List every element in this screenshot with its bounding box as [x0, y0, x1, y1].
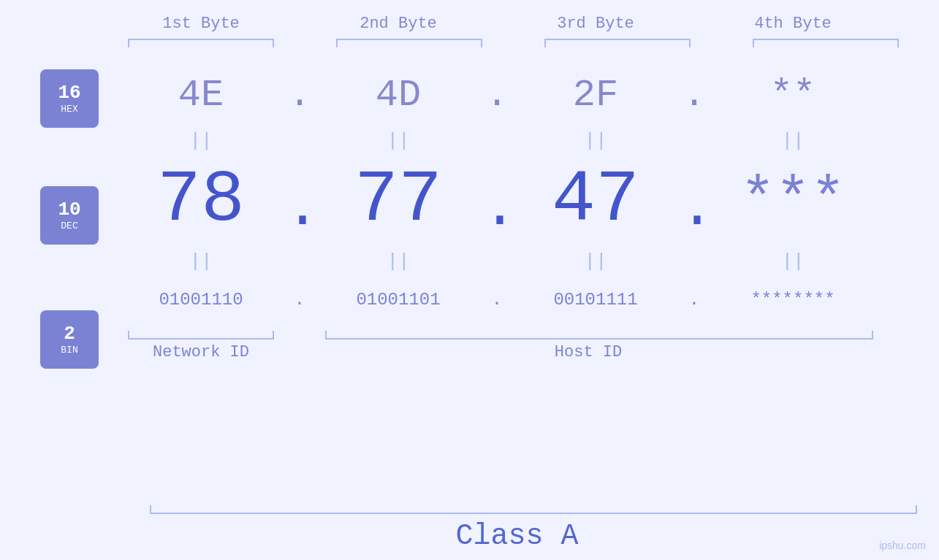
equals-row-1: || || || || [117, 124, 917, 157]
class-label: Class A [117, 520, 917, 553]
bottom-bracket-net [128, 331, 274, 340]
dec-val-4: *** [709, 172, 877, 230]
byte-label-3: 3rd Byte [512, 15, 680, 33]
eq-2-4: || [709, 250, 877, 272]
bin-val-4: ******** [709, 290, 877, 310]
full-bottom-bracket [150, 505, 917, 514]
top-bracket-4 [753, 39, 899, 47]
dec-val-2: 77 [314, 164, 482, 237]
hex-val-2: 4D [314, 74, 482, 117]
hex-badge: 16 HEX [40, 69, 99, 128]
id-labels: Network ID Host ID [117, 343, 917, 361]
dec-dot-1: . [285, 161, 314, 242]
bottom-bracket-host [325, 331, 873, 340]
byte-label-4: 4th Byte [709, 15, 877, 33]
dec-dot-2: . [482, 161, 512, 242]
hex-val-1: 4E [117, 74, 285, 117]
dec-badge-num: 10 [58, 200, 80, 219]
top-bracket-1 [128, 39, 274, 47]
watermark: ipshu.com [879, 540, 926, 551]
dec-badge: 10 DEC [40, 186, 99, 245]
bin-dot-2: . [482, 290, 512, 310]
hex-dot-1: . [285, 74, 314, 117]
top-bracket-3 [544, 39, 691, 47]
bin-row: 01001110 . 01001101 . 00101111 . *******… [117, 277, 917, 321]
hex-badge-num: 16 [58, 83, 80, 102]
hex-row: 4E . 4D . 2F . ** [117, 66, 917, 124]
bin-dot-1: . [285, 290, 314, 310]
bin-dot-3: . [680, 290, 709, 310]
main-section: 16 HEX 10 DEC 2 BIN 4E . 4D . 2F . ** [22, 66, 917, 502]
host-id-label: Host ID [314, 343, 862, 361]
bin-badge-label: BIN [61, 345, 77, 356]
hex-dot-2: . [482, 74, 512, 117]
network-id-label: Network ID [117, 343, 285, 361]
bin-val-2: 01001101 [314, 290, 482, 310]
bin-badge-num: 2 [64, 324, 75, 343]
hex-val-4: ** [709, 74, 877, 117]
eq-1-1: || [117, 130, 285, 152]
eq-1-3: || [512, 130, 680, 152]
byte-label-1: 1st Byte [117, 15, 285, 33]
bin-val-1: 01001110 [117, 290, 285, 310]
full-bracket-row [117, 505, 917, 514]
dec-row: 78 . 77 . 47 . *** [117, 157, 917, 245]
equals-row-2: || || || || [117, 245, 917, 277]
dec-val-1: 78 [117, 164, 285, 237]
dec-val-3: 47 [512, 164, 680, 237]
bin-val-3: 00101111 [512, 290, 680, 310]
hex-val-3: 2F [512, 74, 680, 117]
eq-2-2: || [314, 250, 482, 272]
eq-1-2: || [314, 130, 482, 152]
byte-labels-row: 1st Byte 2nd Byte 3rd Byte 4th Byte [117, 15, 917, 33]
page-layout: 1st Byte 2nd Byte 3rd Byte 4th Byte 16 H… [0, 0, 939, 560]
values-column: 4E . 4D . 2F . ** || || || || 78 [117, 66, 917, 502]
byte-label-2: 2nd Byte [314, 15, 482, 33]
dec-dot-3: . [680, 161, 709, 242]
eq-2-1: || [117, 250, 285, 272]
eq-2-3: || [512, 250, 680, 272]
hex-dot-3: . [680, 74, 709, 117]
bottom-brackets-id [117, 325, 917, 340]
bin-badge: 2 BIN [40, 310, 99, 369]
top-brackets [117, 39, 917, 47]
hex-badge-label: HEX [61, 104, 77, 115]
badges-column: 16 HEX 10 DEC 2 BIN [22, 66, 117, 502]
eq-1-4: || [709, 130, 877, 152]
top-bracket-2 [336, 39, 482, 47]
dec-badge-label: DEC [61, 220, 77, 231]
